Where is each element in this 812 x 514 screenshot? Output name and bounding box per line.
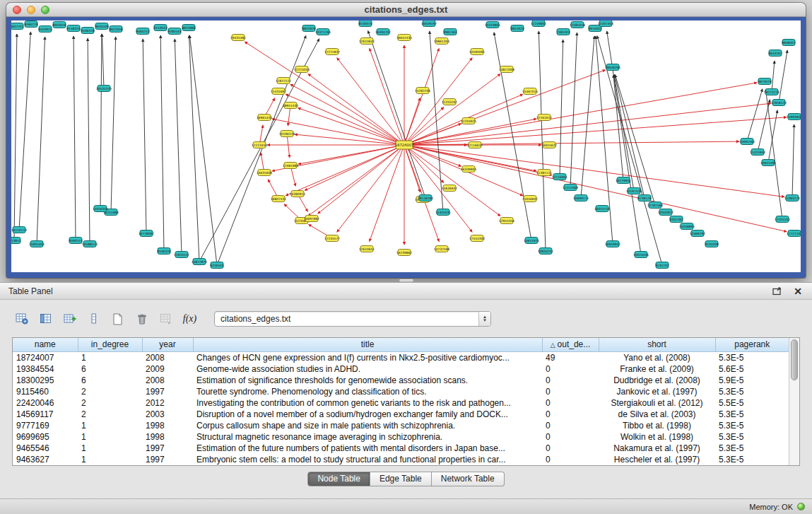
column-header-pagerank[interactable]: pagerank	[715, 338, 789, 351]
graph-node[interactable]: 18273720	[764, 89, 779, 95]
table-row[interactable]: 911546021997Tourette syndrome. Phenomeno…	[13, 386, 789, 397]
float-panel-icon[interactable]	[771, 286, 782, 297]
graph-node[interactable]: 9961364	[443, 29, 457, 35]
table-row[interactable]: 946554611997Estimation of the future num…	[13, 443, 789, 454]
close-window-button[interactable]	[13, 6, 21, 14]
graph-node[interactable]: 10196378	[279, 131, 295, 137]
graph-node[interactable]: 11203267	[442, 99, 457, 105]
graph-node[interactable]: 11157069	[563, 185, 578, 191]
graph-node[interactable]: 17081983	[283, 163, 298, 169]
tab-edge-table[interactable]: Edge Table	[370, 472, 432, 486]
graph-node[interactable]: 15345031	[435, 209, 451, 216]
graph-node[interactable]: 8622058	[109, 26, 122, 33]
graph-node[interactable]: 15282206	[415, 88, 430, 94]
graph-node[interactable]: 9873079	[758, 78, 771, 85]
vertical-scrollbar[interactable]	[789, 338, 799, 465]
graph-node[interactable]: 15695160	[739, 139, 755, 145]
graph-node[interactable]: 19648294	[605, 64, 620, 71]
close-panel-icon[interactable]: ✕	[792, 286, 804, 297]
scrollbar-thumb[interactable]	[791, 339, 798, 380]
graph-node[interactable]: 15993856	[787, 114, 801, 120]
graph-node[interactable]: 9153633	[153, 25, 167, 31]
graph-node[interactable]: 8825886	[182, 25, 195, 31]
table-select[interactable]: citations_edges.txt ▲▼	[214, 311, 491, 327]
graph-node[interactable]: 16961426	[257, 115, 272, 121]
graph-node[interactable]: 9450915	[38, 26, 52, 33]
graph-node[interactable]: 16239862	[396, 250, 412, 256]
table-row[interactable]: 969969511998Structural magnetic resonanc…	[13, 431, 789, 443]
graph-node[interactable]: 11249801	[531, 21, 546, 27]
graph-node[interactable]: 9643262	[768, 50, 782, 57]
zoom-window-button[interactable]	[41, 6, 49, 14]
function-builder-icon[interactable]: f(x)	[180, 310, 199, 328]
graph-node[interactable]: 10590091	[469, 49, 485, 55]
graph-node[interactable]: 9256504	[210, 262, 223, 269]
graph-node[interactable]: 17554300	[469, 235, 485, 242]
graph-node[interactable]: 8903059	[52, 22, 66, 28]
graph-node[interactable]: 9811920	[510, 25, 524, 32]
graph-node[interactable]: 14636937	[442, 185, 457, 192]
graph-node[interactable]: 14651925	[524, 238, 539, 244]
graph-node[interactable]: 9118324	[66, 25, 80, 32]
graph-node[interactable]: 16339903	[461, 166, 476, 173]
graph-node[interactable]: 16055622	[541, 142, 557, 148]
delete-row-icon[interactable]	[132, 310, 151, 328]
graph-node[interactable]: 17727103	[787, 230, 801, 237]
graph-node[interactable]: 19435481	[230, 35, 246, 41]
graph-node[interactable]: 11431692	[271, 88, 286, 95]
graph-node[interactable]: 17275837	[324, 49, 340, 55]
graph-node[interactable]: 19861304	[434, 38, 449, 45]
graph-node[interactable]: 8584279	[24, 21, 37, 28]
graph-node[interactable]: 9739129	[637, 195, 651, 201]
graph-node[interactable]: 8530070	[358, 21, 372, 27]
graph-node[interactable]: 12787568	[647, 202, 663, 209]
column-header-name[interactable]: name	[13, 338, 78, 351]
graph-node[interactable]: 10319861	[485, 22, 500, 28]
graph-node[interactable]: 18951430	[283, 103, 298, 109]
column-header-title[interactable]: title	[193, 338, 542, 351]
graph-node[interactable]: 9590515	[69, 238, 82, 244]
graph-node[interactable]: 14635608	[257, 170, 272, 176]
graph-node[interactable]: 14697887	[304, 216, 319, 222]
graph-node[interactable]: 10588574	[82, 241, 98, 247]
graph-node[interactable]: 16778097	[139, 230, 154, 237]
graph-node[interactable]: 14872008	[499, 66, 514, 73]
minimize-window-button[interactable]	[27, 6, 35, 14]
graph-node[interactable]: 12224050	[294, 66, 310, 73]
graph-node[interactable]: 16279951	[616, 177, 631, 184]
graph-node[interactable]: 17234577	[324, 235, 340, 242]
graph-node[interactable]: 16116123	[11, 227, 27, 233]
graph-node[interactable]: 17205105	[775, 216, 790, 223]
graph-node[interactable]: 9822829	[302, 25, 315, 32]
window-titlebar[interactable]: citations_edges.txt	[6, 3, 806, 17]
graph-node[interactable]: 14732598	[434, 246, 449, 252]
tab-network-table[interactable]: Network Table	[432, 472, 505, 486]
graph-node[interactable]: 12872122	[276, 78, 291, 84]
graph-node[interactable]: 12610642	[359, 38, 375, 45]
column-header-year[interactable]: year	[142, 338, 193, 351]
graph-node[interactable]: 12610651	[359, 246, 375, 252]
column-header-in_degree[interactable]: in_degree	[78, 338, 142, 351]
table-row[interactable]: 1830029562008Estimation of significance …	[13, 375, 789, 386]
graph-node[interactable]: 15056305	[93, 206, 108, 212]
column-header-out_degree[interactable]: △out_de...	[542, 338, 599, 351]
show-hide-columns-icon[interactable]	[36, 310, 55, 328]
graph-node[interactable]: 10371194	[315, 29, 331, 35]
graph-node[interactable]: 9607701	[11, 23, 24, 30]
graph-node[interactable]: 9245008	[705, 241, 718, 247]
network-canvas[interactable]: 1872400716055622113811111505660712954356…	[11, 21, 801, 272]
graph-node[interactable]: 10197526	[626, 188, 642, 194]
graph-node[interactable]: 10834251	[538, 248, 553, 255]
graph-node[interactable]: 11381111	[536, 170, 552, 176]
graph-node[interactable]: 11083270	[784, 195, 800, 201]
table-row[interactable]: 1938455462009Genome-wide association stu…	[13, 363, 789, 375]
graph-node[interactable]: 10340917	[658, 209, 673, 216]
graph-node[interactable]: 11425944	[750, 149, 765, 156]
graph-node[interactable]: 15467014	[522, 88, 538, 95]
graph-node[interactable]: 11920157	[174, 252, 189, 258]
graph-node[interactable]: 18724007	[395, 141, 413, 149]
graph-node[interactable]: 12204925	[461, 118, 476, 124]
new-column-icon[interactable]	[60, 310, 79, 328]
graph-node[interactable]: 9245702	[655, 262, 669, 269]
graph-node[interactable]: 16807432	[271, 196, 286, 202]
